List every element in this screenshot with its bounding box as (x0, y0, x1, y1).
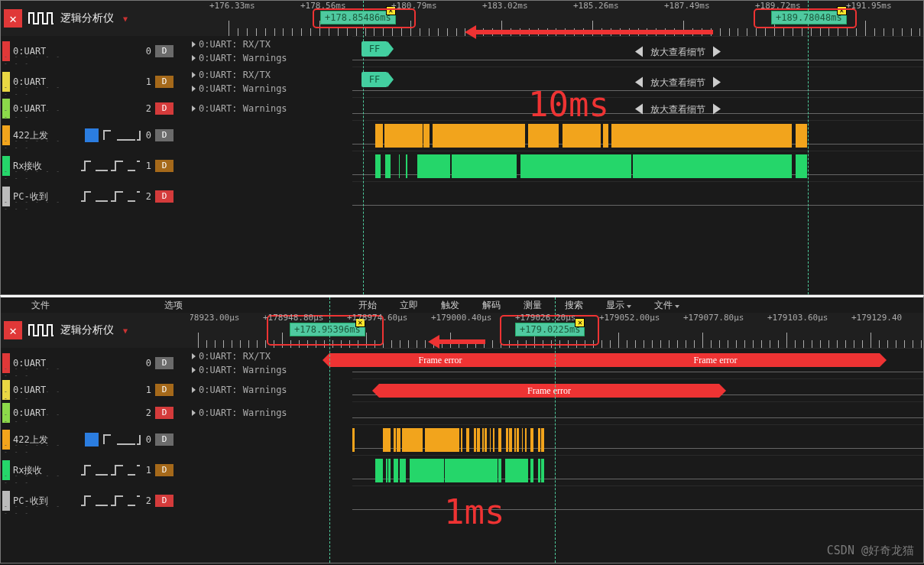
time-ruler[interactable]: +178.95396ms✕ +179.0225ms✕ +178923.00μs+… (190, 313, 923, 348)
channel-label[interactable]: PC-收到 (1, 181, 71, 212)
annotation-text: 1ms (444, 492, 504, 531)
menu-decode[interactable]: 解码 (482, 299, 501, 312)
channel-tag[interactable]: D (155, 464, 187, 476)
logic-waveform-icon (28, 8, 54, 28)
channel-tag[interactable]: D (155, 76, 187, 88)
channel-thumbnail: 1 (71, 67, 155, 97)
channel-tag[interactable]: D (155, 384, 187, 396)
logic-waveform-icon (28, 320, 54, 340)
channel-label[interactable]: PC-收到 (1, 485, 71, 516)
channel-tag[interactable]: D (155, 190, 187, 203)
waveform-lane[interactable] (352, 485, 923, 516)
channel-tag[interactable]: D (155, 45, 187, 57)
annotation-arrow (468, 30, 713, 34)
channel-row: 0:UART0D0:UART: RX/TX0:UART: WarningsFF放… (1, 36, 923, 67)
channel-label[interactable]: 0:UART (1, 97, 71, 120)
channel-tag[interactable]: D (155, 433, 187, 446)
menu-immediate[interactable]: 立即 (400, 299, 418, 312)
channel-row: Rx接收1D (1, 455, 923, 485)
cursor-guideline (808, 1, 809, 294)
logic-analyzer-pane-bottom: 文件 选项 开始 立即 触发 解码 测量 搜索 显示 文件 ✕ 逻辑分析仪 ▼ … (0, 295, 924, 563)
waveform-lane[interactable]: FF放大查看细节 (352, 36, 923, 67)
channel-row: 422上发0D (1, 120, 923, 151)
dropdown-icon[interactable]: ▼ (123, 326, 128, 335)
ruler-tick-label: +179129.40 (851, 313, 902, 323)
menu-file2[interactable]: 文件 (654, 299, 679, 312)
annotation-box (754, 8, 857, 28)
waveform-lane[interactable]: FF放大查看细节 (352, 67, 923, 97)
waveform-lane[interactable]: Frame error (352, 378, 923, 401)
dropdown-icon[interactable]: ▼ (123, 15, 128, 23)
ruler-tick-label: +179026.20μs (515, 313, 575, 323)
channel-tag[interactable]: D (155, 495, 187, 507)
channel-row: 0:UART1D0:UART: WarningsFrame error (1, 378, 923, 401)
channel-label[interactable]: 0:UART (1, 401, 71, 424)
channel-thumbnail: 1 (71, 455, 155, 485)
channel-label[interactable]: 0:UART (1, 36, 71, 67)
menu-start[interactable]: 开始 (358, 299, 377, 312)
menu-search[interactable]: 搜索 (565, 299, 583, 312)
channel-thumbnail: 2 (71, 485, 155, 516)
ruler-tick-label: +179077.80μs (683, 313, 744, 323)
waveform-data (364, 124, 809, 148)
channel-tag[interactable]: D (155, 129, 187, 141)
frame-error-badge: Frame error (379, 384, 719, 398)
channel-label[interactable]: Rx接收 (1, 455, 71, 485)
channel-thumbnail: 1 (71, 151, 155, 181)
cursor-guideline (555, 297, 556, 563)
zoom-hint[interactable]: 放大查看细节 (635, 45, 721, 58)
channel-thumbnail: 2 (71, 97, 155, 120)
waveform-lane[interactable] (352, 455, 923, 485)
close-button[interactable]: ✕ (4, 9, 22, 28)
channel-rows: 0:UART0D0:UART: RX/TX0:UART: WarningsFF放… (1, 36, 923, 212)
watermark: CSDN @好奇龙猫 (827, 544, 914, 558)
channel-tag[interactable]: D (155, 160, 187, 172)
channel-tag[interactable]: D (155, 407, 187, 419)
close-button[interactable]: ✕ (4, 321, 22, 339)
pane-title: 逻辑分析仪 (60, 11, 114, 25)
channel-thumbnail: 1 (71, 378, 155, 401)
channel-label[interactable]: 422上发 (1, 424, 71, 455)
channel-label[interactable]: 0:UART (1, 378, 71, 401)
logic-analyzer-pane-top: ✕ 逻辑分析仪 ▼ +178.85486ms✕ +189.78048ms✕ +1… (0, 0, 924, 295)
annotation-box (313, 8, 416, 28)
channel-label[interactable]: Rx接收 (1, 151, 71, 181)
frame-error-badge: Frame error (329, 353, 551, 367)
waveform-lane[interactable] (352, 401, 923, 424)
waveform-lane[interactable] (352, 151, 923, 181)
ruler-tick-label: +189.72ms (755, 1, 801, 11)
channel-label[interactable]: 422上发 (1, 120, 71, 151)
decoder-info: 0:UART: RX/TX0:UART: Warnings (187, 70, 352, 94)
waveform-lane[interactable]: Frame errorFrame error (352, 348, 923, 378)
channel-tag[interactable]: D (155, 357, 187, 369)
menu-trigger[interactable]: 触发 (441, 299, 459, 312)
waveform-lane[interactable] (352, 181, 923, 212)
cursor-guideline (363, 1, 364, 294)
ruler-tick-label: +180.79ms (391, 1, 437, 11)
waveform-lane[interactable] (352, 424, 923, 455)
annotation-text: 10ms (528, 85, 609, 124)
ruler-tick-label: +187.49ms (664, 1, 710, 11)
ruler-tick-label: +179052.00μs (599, 313, 660, 323)
ruler-tick-label: +178.56ms (300, 1, 346, 11)
frame-error-badge: Frame error (551, 353, 880, 367)
menu-measure[interactable]: 测量 (524, 299, 542, 312)
channel-thumbnail: 0 (71, 424, 155, 455)
channel-label[interactable]: 0:UART (1, 348, 71, 378)
waveform-lane[interactable] (352, 120, 923, 151)
ruler-tick-label: +179103.60μs (767, 313, 828, 323)
menu-options[interactable]: 选项 (164, 299, 183, 312)
channel-thumbnail: 2 (71, 401, 155, 424)
channel-label[interactable]: 0:UART (1, 67, 71, 97)
annotation-arrow (432, 339, 485, 344)
channel-row: 0:UART0D0:UART: RX/TX0:UART: WarningsFra… (1, 348, 923, 378)
channel-thumbnail: 0 (71, 36, 155, 67)
menu-file[interactable]: 文件 (31, 299, 50, 312)
waveform-lane[interactable]: 放大查看细节 (352, 97, 923, 120)
zoom-hint[interactable]: 放大查看细节 (635, 76, 721, 89)
decoded-byte: FF (361, 72, 387, 87)
menu-display[interactable]: 显示 (606, 299, 631, 312)
channel-tag[interactable]: D (155, 102, 187, 115)
zoom-hint[interactable]: 放大查看细节 (635, 102, 721, 115)
waveform-data (364, 154, 809, 178)
